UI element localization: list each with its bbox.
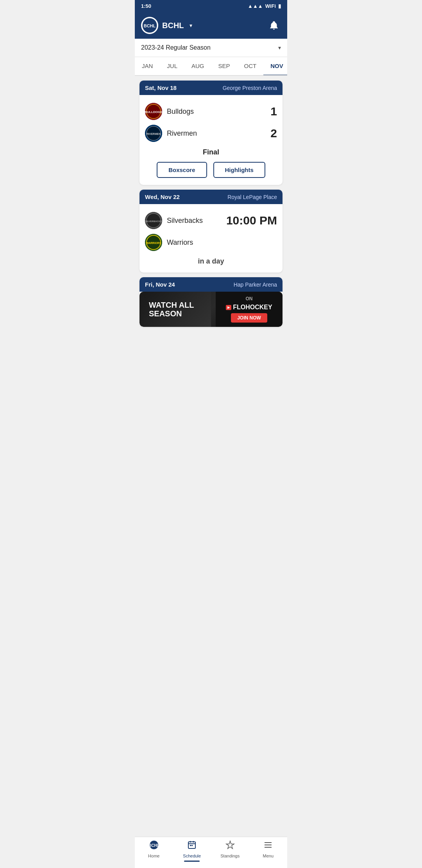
bulldogs-score: 1 (265, 105, 277, 118)
season-selector[interactable]: 2023-24 Regular Season ▾ (135, 39, 287, 57)
game-1-header: Sat, Nov 18 George Preston Arena (139, 81, 283, 95)
banner-left: WATCH ALLSEASON (139, 292, 216, 327)
game-2-header: Wed, Nov 22 Royal LePage Place (139, 190, 283, 204)
game-3-body: WATCH ALLSEASON ON ▶ FLOHOCKEY JOIN NOW (139, 292, 283, 327)
bulldogs-name: Bulldogs (167, 108, 261, 116)
main-content: Sat, Nov 18 George Preston Arena BULLDOG… (135, 76, 287, 358)
bchl-logo-svg: BCHL (142, 18, 157, 33)
tab-sep[interactable]: SEP (211, 57, 237, 76)
game-1-status: Final (145, 144, 277, 158)
tab-aug[interactable]: AUG (184, 57, 211, 76)
bell-icon (269, 20, 279, 30)
wifi-icon: WiFi (265, 3, 276, 9)
bulldogs-logo: BULLDOGS (145, 103, 162, 120)
team-row-silverbacks: SILVERBACKS Silverbacks 10:00 PM (145, 210, 277, 231)
rivermen-score: 2 (265, 127, 277, 140)
game-2-date: Wed, Nov 22 (145, 194, 180, 200)
game-card-1: Sat, Nov 18 George Preston Arena BULLDOG… (139, 81, 283, 185)
game-card-3: Fri, Nov 24 Hap Parker Arena WATCH ALLSE… (139, 277, 283, 327)
warriors-logo: WARRIORS (145, 234, 162, 251)
silverbacks-name: Silverbacks (167, 217, 222, 225)
tab-oct[interactable]: OCT (237, 57, 264, 76)
svg-text:RIVERMEN: RIVERMEN (147, 133, 161, 135)
banner-on-text: ON (245, 296, 252, 301)
tab-nov[interactable]: NOV (263, 57, 287, 76)
month-tabs: JAN JUL AUG SEP OCT NOV DEC (135, 57, 287, 76)
status-time: 1:50 (141, 3, 151, 9)
game-2-body: SILVERBACKS Silverbacks 10:00 PM WARRIOR… (139, 204, 283, 273)
game-3-header: Fri, Nov 24 Hap Parker Arena (139, 277, 283, 292)
highlights-button[interactable]: Highlights (213, 162, 265, 178)
notification-bell-button[interactable] (267, 18, 281, 32)
game-1-actions: Boxscore Highlights (145, 158, 277, 179)
rivermen-logo: RIVERMEN (145, 125, 162, 142)
svg-text:BULLDOGS: BULLDOGS (145, 110, 162, 114)
header-title: BCHL (162, 21, 184, 30)
team-row-warriors: WARRIORS Warriors (145, 231, 277, 253)
banner-right: ON ▶ FLOHOCKEY JOIN NOW (216, 292, 283, 327)
team-row-rivermen: RIVERMEN Rivermen 2 (145, 122, 277, 144)
team-row-bulldogs: BULLDOGS Bulldogs 1 (145, 100, 277, 122)
silverbacks-logo: SILVERBACKS (145, 212, 162, 229)
status-icons: ▲▲▲ WiFi ▮ (248, 3, 281, 9)
play-icon: ▶ (226, 305, 231, 310)
flohockey-banner[interactable]: WATCH ALLSEASON ON ▶ FLOHOCKEY JOIN NOW (139, 292, 283, 327)
game-1-date: Sat, Nov 18 (145, 84, 177, 91)
game-1-body: BULLDOGS Bulldogs 1 RIVERMEN Rivermen 2 … (139, 95, 283, 185)
svg-text:SILVERBACKS: SILVERBACKS (145, 220, 162, 222)
season-label: 2023-24 Regular Season (141, 44, 211, 51)
game-2-status: in a day (145, 253, 277, 267)
game-3-venue: Hap Parker Arena (234, 282, 277, 288)
status-bar: 1:50 ▲▲▲ WiFi ▮ (135, 0, 287, 12)
boxscore-button[interactable]: Boxscore (157, 162, 207, 178)
tab-jul[interactable]: JUL (160, 57, 184, 76)
tab-jan[interactable]: JAN (135, 57, 160, 76)
bchl-logo: BCHL (141, 17, 158, 34)
battery-icon: ▮ (278, 3, 281, 9)
game-3-date: Fri, Nov 24 (145, 281, 175, 288)
rivermen-name: Rivermen (167, 129, 261, 138)
game-2-venue: Royal LePage Place (227, 194, 277, 200)
header-chevron-icon: ▾ (190, 22, 192, 29)
svg-text:BCHL: BCHL (144, 23, 156, 28)
signal-icon: ▲▲▲ (248, 3, 263, 9)
header-left: BCHL BCHL ▾ (141, 17, 192, 34)
season-chevron-icon: ▾ (278, 45, 281, 51)
join-now-button[interactable]: JOIN NOW (231, 313, 267, 323)
game-2-time: 10:00 PM (226, 214, 277, 227)
flohockey-text: FLOHOCKEY (233, 304, 272, 311)
game-1-venue: George Preston Arena (223, 85, 277, 91)
svg-text:WARRIORS: WARRIORS (146, 242, 161, 244)
game-card-2: Wed, Nov 22 Royal LePage Place SILVERBAC… (139, 190, 283, 273)
banner-watch-text: WATCH ALLSEASON (149, 301, 206, 318)
warriors-name: Warriors (167, 239, 277, 247)
app-header: BCHL BCHL ▾ (135, 12, 287, 39)
